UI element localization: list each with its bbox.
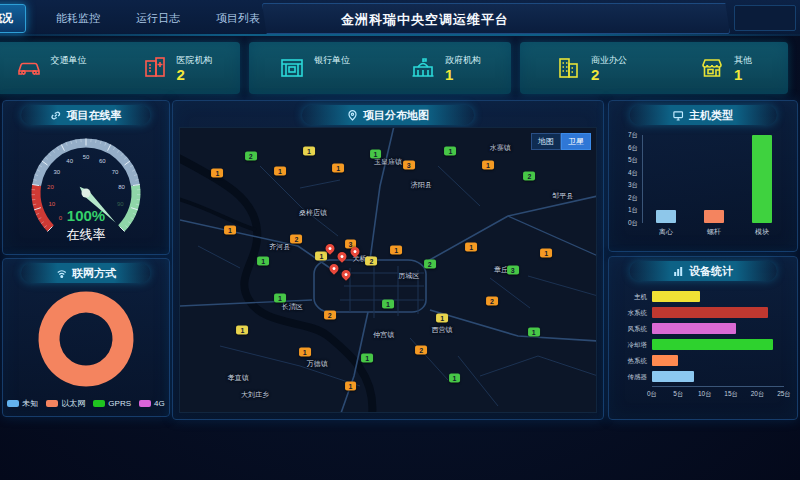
device-bar-风系统[interactable] [652, 323, 736, 334]
project-pin-icon[interactable] [340, 268, 353, 281]
project-count-marker[interactable]: 1 [303, 146, 315, 155]
y-axis-tick: 2台 [628, 194, 638, 203]
stat-card-office-other: 商业办公 2 其他 1 [520, 42, 788, 94]
project-count-marker[interactable]: 2 [486, 297, 498, 306]
online-rate-caption: 在线率 [3, 226, 169, 244]
project-count-marker[interactable]: 1 [436, 314, 448, 323]
legend-label: 未知 [22, 398, 38, 409]
stat-label: 其他 [734, 54, 752, 67]
svg-text:0: 0 [59, 215, 63, 221]
tab-run-log[interactable]: 运行日志 [130, 4, 186, 33]
project-count-marker[interactable]: 1 [449, 373, 461, 382]
project-count-marker[interactable]: 1 [361, 354, 373, 363]
project-pin-icon[interactable] [328, 262, 341, 275]
device-bar-冷却塔[interactable] [652, 339, 773, 350]
project-count-marker[interactable]: 1 [211, 169, 223, 178]
x-axis-category: 模块 [748, 227, 776, 237]
project-count-marker[interactable]: 2 [365, 257, 377, 266]
project-count-marker[interactable]: 1 [370, 149, 382, 158]
y-axis-tick: 0台 [628, 219, 638, 228]
link-icon [51, 110, 62, 121]
host-type-bar-螺杆[interactable] [704, 210, 724, 223]
x-axis-tick: 15台 [721, 390, 741, 399]
project-count-marker[interactable]: 3 [403, 160, 415, 169]
legend-label: GPRS [108, 399, 131, 408]
project-count-marker[interactable]: 2 [523, 172, 535, 181]
legend-swatch [93, 400, 105, 407]
project-count-marker[interactable]: 2 [424, 260, 436, 269]
map-place-label: 邹平县 [552, 191, 573, 201]
svg-text:50: 50 [83, 154, 90, 160]
device-bar-水系统[interactable] [652, 307, 768, 318]
map-place-label: 历城区 [398, 271, 419, 281]
project-count-marker[interactable]: 1 [299, 348, 311, 357]
stat-label: 医院机构 [177, 54, 213, 67]
y-axis-tick: 6台 [628, 144, 638, 153]
map-place-label: 孝直镇 [228, 373, 249, 383]
map-place-label: 西营镇 [432, 325, 453, 335]
legend-item-以太网[interactable]: 以太网 [46, 398, 85, 409]
office-icon [556, 55, 582, 81]
tab-energy-monitor[interactable]: 能耗监控 [50, 4, 106, 33]
y-axis-tick: 5台 [628, 156, 638, 165]
project-count-marker[interactable]: 1 [382, 300, 394, 309]
map-place-label: 万德镇 [307, 359, 328, 369]
map-place-label: 大刘庄乡 [241, 390, 269, 400]
project-count-marker[interactable]: 1 [274, 166, 286, 175]
legend-swatch [7, 400, 19, 407]
project-count-marker[interactable]: 2 [245, 152, 257, 161]
project-map-panel: 项目分布地图 地图 [172, 100, 604, 420]
map-mode-button[interactable]: 地图 [531, 133, 561, 150]
tab-project-list[interactable]: 项目列表 [210, 4, 266, 33]
x-axis-tick: 0台 [642, 390, 662, 399]
network-donut-chart[interactable] [5, 285, 167, 389]
project-count-marker[interactable]: 1 [540, 248, 552, 257]
device-bar-热系统[interactable] [652, 355, 678, 366]
y-axis-tick: 7台 [628, 131, 638, 140]
panel-title: 主机类型 [689, 108, 733, 123]
dashboard-root: 概况 能耗监控 运行日志 项目列表 视频监控 金洲科瑞中央空调运维平台 交通单位 [0, 0, 800, 480]
stat-value: 2 [177, 67, 213, 83]
project-count-marker[interactable]: 1 [236, 325, 248, 334]
project-count-marker[interactable]: 1 [315, 251, 327, 260]
legend-item-4G[interactable]: 4G [139, 399, 165, 408]
monitor-icon [673, 110, 684, 121]
tab-overview[interactable]: 概况 [0, 4, 26, 33]
project-count-marker[interactable]: 1 [482, 160, 494, 169]
project-count-marker[interactable]: 3 [507, 266, 519, 275]
project-count-marker[interactable]: 2 [324, 311, 336, 320]
device-stats-bar-chart: 主机水系统风系统冷却塔热系统传感器0台5台10台15台20台25台 [614, 287, 792, 415]
project-count-marker[interactable]: 1 [465, 243, 477, 252]
x-axis-tick: 5台 [668, 390, 688, 399]
host-type-bar-chart: 0台1台2台3台4台5台6台7台离心螺杆模块 [614, 131, 792, 245]
device-category-label: 热系统 [614, 357, 647, 366]
project-count-marker[interactable]: 1 [274, 294, 286, 303]
map-canvas[interactable]: 地图 卫星 水寨镇玉皇庙镇济阳县桑梓店镇邹平县齐河县天桥区历城区章丘市长清区仲宫… [179, 127, 597, 413]
project-count-marker[interactable]: 1 [257, 257, 269, 266]
satellite-mode-button[interactable]: 卫星 [561, 133, 591, 150]
project-count-marker[interactable]: 1 [345, 382, 357, 391]
platform-title-panel: 金洲科瑞中央空调运维平台 [262, 3, 730, 34]
project-count-marker[interactable]: 1 [332, 163, 344, 172]
svg-text:20: 20 [47, 184, 54, 190]
host-type-bar-模块[interactable] [752, 135, 772, 223]
x-axis-category: 螺杆 [700, 227, 728, 237]
device-bar-传感器[interactable] [652, 371, 694, 382]
project-count-marker[interactable]: 1 [528, 328, 540, 337]
project-count-marker[interactable]: 1 [444, 146, 456, 155]
host-type-bar-离心[interactable] [656, 210, 676, 223]
device-bar-主机[interactable] [652, 291, 700, 302]
wifi-icon [56, 268, 67, 279]
project-count-marker[interactable]: 2 [291, 234, 303, 243]
legend-item-未知[interactable]: 未知 [7, 398, 38, 409]
legend-item-GPRS[interactable]: GPRS [93, 399, 131, 408]
project-count-marker[interactable]: 1 [224, 226, 236, 235]
stat-hospital: 医院机构 2 [142, 54, 213, 83]
project-pin-icon[interactable] [336, 251, 349, 264]
y-axis-tick: 1台 [628, 206, 638, 215]
x-axis-tick: 25台 [774, 390, 794, 399]
network-type-header: 联网方式 [21, 263, 150, 283]
project-count-marker[interactable]: 2 [415, 345, 427, 354]
location-pin-icon [347, 110, 358, 121]
project-count-marker[interactable]: 1 [390, 246, 402, 255]
